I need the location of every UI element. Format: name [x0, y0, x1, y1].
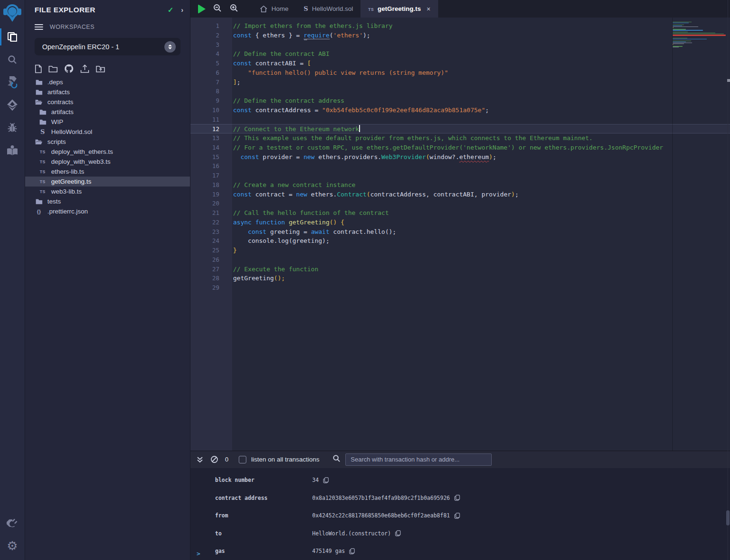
sidebar-item-search[interactable]	[0, 48, 25, 71]
tree-item-artifacts[interactable]: artifacts	[25, 87, 190, 97]
editor-minimap[interactable]	[672, 18, 726, 451]
code-line-24[interactable]: 24 console.log(greeting);	[190, 236, 730, 246]
sidebar-item-solidity-compiler[interactable]	[0, 71, 25, 94]
remix-logo[interactable]	[0, 0, 25, 26]
clear-console-icon[interactable]	[210, 455, 218, 463]
code-line-4[interactable]: 4// Define the contract ABI	[190, 49, 730, 59]
token: const	[233, 191, 252, 198]
code-line-16[interactable]: 16	[190, 161, 730, 171]
copy-icon[interactable]	[323, 477, 329, 483]
code-line-3[interactable]: 3	[190, 40, 730, 50]
tree-item-artifacts[interactable]: artifacts	[25, 107, 190, 117]
transaction-details: block number34contract address0x8a120383…	[190, 471, 730, 560]
code-line-1[interactable]: 1// Import ethers from the ethers.js lib…	[190, 21, 730, 31]
tree-item-helloworld-sol[interactable]: SHelloWorld.sol	[25, 127, 190, 137]
new-folder-icon[interactable]	[48, 65, 58, 73]
code-line-28[interactable]: 28getGreeting();	[190, 274, 730, 283]
workspace-select[interactable]: OpenZeppelin ERC20 - 1	[35, 38, 180, 55]
tab-home[interactable]: Home	[252, 0, 296, 18]
code-line-7[interactable]: 7];	[190, 78, 730, 87]
code-line-20[interactable]: 20	[190, 199, 730, 208]
tree-item-ethers-lib-ts[interactable]: TSethers-lib.ts	[25, 167, 190, 177]
terminal-search-input[interactable]	[345, 453, 492, 466]
token: )	[489, 153, 493, 160]
token: // This example uses the default provide…	[233, 134, 593, 142]
tree-item-scripts[interactable]: scripts	[25, 137, 190, 147]
line-number: 4	[190, 49, 219, 59]
tree-item--prettierrc-json[interactable]: {}.prettierrc.json	[25, 206, 190, 216]
code-line-8[interactable]: 8	[190, 87, 730, 96]
code-line-14[interactable]: 14// For a testnet or custom RPC, use et…	[190, 143, 730, 152]
tab-helloworld-sol[interactable]: SHelloWorld.sol	[296, 0, 360, 18]
code-line-26[interactable]: 26	[190, 255, 730, 265]
editor-actions	[190, 0, 245, 18]
remix-ide-window: ⚙ FILE EXPLORER ✓ › WORKSPACES OpenZeppe…	[0, 0, 730, 560]
workspace-dropdown-icon[interactable]	[164, 41, 176, 53]
hamburger-menu-icon[interactable]	[35, 23, 43, 31]
code-line-22[interactable]: 22async function getGreeting() {	[190, 218, 730, 227]
code-line-6[interactable]: 6 "function hello() public view returns …	[190, 68, 730, 78]
sidebar-item-debugger[interactable]	[0, 116, 25, 139]
terminal-scrollbar-thumb[interactable]	[726, 510, 730, 525]
token: getGreeting	[288, 219, 329, 226]
upload-file-icon[interactable]	[80, 64, 90, 73]
code-line-13[interactable]: 13// This example uses the default provi…	[190, 133, 730, 143]
token: "function hello() public view returns (s…	[248, 69, 448, 76]
tree-item--deps[interactable]: .deps	[25, 77, 190, 87]
code-line-23[interactable]: 23 const greeting = await contract.hello…	[190, 227, 730, 237]
sidebar-item-file-explorer[interactable]	[0, 26, 25, 48]
terminal-prompt[interactable]: >	[197, 550, 200, 557]
code-line-11[interactable]: 11	[190, 115, 730, 124]
zoom-out-icon[interactable]	[213, 3, 222, 15]
tree-item-deploy-with-ethers-ts[interactable]: TSdeploy_with_ethers.ts	[25, 147, 190, 157]
tab-getgreeting-ts[interactable]: TSgetGreeting.ts×	[360, 0, 438, 18]
line-text: const { ethers } = require('ethers');	[219, 31, 370, 40]
code-line-15[interactable]: 15 const provider = new ethers.providers…	[190, 152, 730, 162]
tree-item-wip[interactable]: WIP	[25, 117, 190, 127]
code-line-9[interactable]: 9// Define the contract address	[190, 96, 730, 106]
code-line-25[interactable]: 25}	[190, 246, 730, 255]
code-line-29[interactable]: 29	[190, 283, 730, 293]
line-text: console.log(greeting);	[219, 236, 330, 246]
window-scrollbar[interactable]	[728, 0, 730, 560]
code-lines: 1// Import ethers from the ethers.js lib…	[190, 18, 730, 293]
run-script-button[interactable]	[198, 4, 206, 14]
chevron-right-icon[interactable]: ›	[181, 6, 183, 14]
code-line-19[interactable]: 19const contract = new ethers.Contract(c…	[190, 190, 730, 199]
line-text: // Call the hello function of the contra…	[219, 208, 389, 218]
sidebar-item-settings[interactable]: ⚙	[0, 534, 25, 557]
code-editor[interactable]: 1// Import ethers from the ethers.js lib…	[190, 18, 730, 451]
code-line-5[interactable]: 5const contractABI = [	[190, 59, 730, 68]
tree-item-contracts[interactable]: contracts	[25, 97, 190, 107]
upload-folder-icon[interactable]	[96, 65, 105, 73]
listen-transactions-checkbox[interactable]	[239, 456, 246, 463]
copy-icon[interactable]	[395, 530, 401, 536]
code-line-27[interactable]: 27// Execute the function	[190, 265, 730, 274]
search-icon	[7, 54, 18, 65]
code-line-21[interactable]: 21// Call the hello function of the cont…	[190, 208, 730, 218]
code-line-10[interactable]: 10const contractAddress = "0xb54febb5c0c…	[190, 106, 730, 115]
copy-icon[interactable]	[349, 548, 355, 554]
zoom-in-icon[interactable]	[229, 3, 239, 15]
copy-icon[interactable]	[454, 513, 460, 519]
sidebar-item-learneth[interactable]	[0, 139, 25, 162]
code-line-17[interactable]: 17	[190, 171, 730, 180]
tree-item-getgreeting-ts[interactable]: TSgetGreeting.ts	[25, 177, 190, 187]
close-icon[interactable]: ×	[427, 5, 431, 13]
copy-icon[interactable]	[454, 495, 460, 501]
tree-item-tests[interactable]: tests	[25, 196, 190, 206]
sidebar-item-deploy-run[interactable]	[0, 94, 25, 116]
code-line-18[interactable]: 18// Create a new contract instance	[190, 180, 730, 190]
tree-item-web3-lib-ts[interactable]: TSweb3-lib.ts	[25, 187, 190, 196]
terminal-header: 0 listen on all transactions	[190, 451, 730, 468]
tree-item-deploy-with-web3-ts[interactable]: TSdeploy_with_web3.ts	[25, 157, 190, 167]
code-line-2[interactable]: 2const { ethers } = require('ethers');	[190, 31, 730, 40]
code-line-12[interactable]: 12// Connect to the Ethereum network	[190, 124, 730, 133]
scrollbar-mark[interactable]	[727, 79, 730, 82]
collapse-terminal-icon[interactable]	[196, 456, 204, 463]
terminal-body[interactable]: block number34contract address0x8a120383…	[190, 468, 730, 560]
github-icon[interactable]	[64, 64, 74, 73]
new-file-icon[interactable]	[35, 64, 42, 73]
sidebar-item-plugin-manager[interactable]	[0, 512, 25, 534]
token: { ethers } =	[252, 32, 304, 39]
